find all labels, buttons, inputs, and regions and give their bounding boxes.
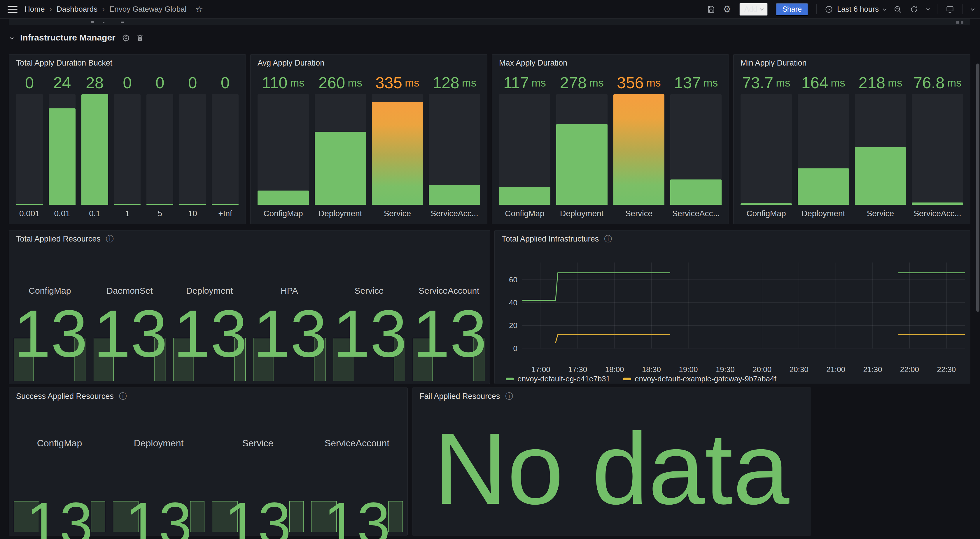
bar-track <box>49 94 76 205</box>
row-header-infrastructure-manager[interactable]: Infrastructure Manager <box>11 33 144 43</box>
bar-category-label: 10 <box>179 205 206 218</box>
bar-value: 28 <box>81 71 108 94</box>
panel-title[interactable]: Min Apply Duration <box>741 59 807 68</box>
stat-value: 13 <box>311 493 403 539</box>
stat-cell: ConfigMap13 <box>14 242 86 382</box>
bar-track <box>556 94 608 205</box>
panel-title[interactable]: Avg Apply Duration <box>258 59 325 68</box>
stat-label: DaemonSet <box>94 286 166 296</box>
panel-title[interactable]: Total Apply Duration Bucket <box>16 59 112 68</box>
bar-fill <box>670 179 722 205</box>
dashboard-settings-icon[interactable]: ⚙ <box>723 5 731 14</box>
nav-more-chevron-icon[interactable] <box>971 7 975 11</box>
bar-value-unit: ms <box>290 78 304 88</box>
bar-value: 76.8ms <box>912 71 963 94</box>
bar-fill <box>179 204 206 205</box>
stat-value: 13 <box>333 300 406 367</box>
info-icon[interactable]: ⓘ <box>119 392 127 400</box>
bar-gauge: 117msConfigMap278msDeployment356msServic… <box>499 71 722 219</box>
bar-track <box>613 94 665 205</box>
bar-gauge-column: 76.8msServiceAcc... <box>912 71 963 219</box>
x-axis-tick-label: 22:00 <box>900 365 919 374</box>
legend-label: envoy-default-eg-e41e7b31 <box>517 374 610 384</box>
chevron-down-icon <box>883 7 887 11</box>
bar-track <box>855 94 906 205</box>
tv-mode-icon[interactable] <box>946 5 955 13</box>
bar-fill <box>429 185 480 205</box>
stat-label: ServiceAccount <box>311 438 403 449</box>
bar-gauge-column: 280.1 <box>81 71 108 219</box>
legend-item[interactable]: envoy-default-example-gateway-9b7aba4f <box>623 374 776 384</box>
bar-category-label: ConfigMap <box>499 205 550 218</box>
stat-label: ConfigMap <box>14 286 86 296</box>
stat-cell: Deployment13 <box>173 242 246 382</box>
row-delete-trash-icon[interactable] <box>136 34 144 42</box>
panel-title[interactable]: Total Applied Resources <box>16 235 100 244</box>
info-icon[interactable]: ⓘ <box>505 392 513 400</box>
bar-fill <box>556 124 608 205</box>
bar-category-label: ServiceAcc... <box>429 205 480 218</box>
x-axis-tick-label: 18:30 <box>642 365 661 374</box>
bar-gauge-column: 356msService <box>613 71 665 219</box>
menu-icon[interactable] <box>8 6 18 13</box>
bar-track <box>16 94 43 205</box>
x-axis-tick-label: 21:30 <box>863 365 882 374</box>
bar-category-label: Deployment <box>315 205 366 218</box>
bar-track <box>670 94 722 205</box>
bar-track <box>429 94 480 205</box>
info-icon[interactable]: ⓘ <box>106 235 114 243</box>
scrollbar-track[interactable] <box>976 19 980 539</box>
refresh-interval-chevron-icon[interactable] <box>926 7 930 11</box>
row-settings-gear-icon[interactable] <box>122 34 130 42</box>
panel-success-applied-resources: Success Applied Resources ⓘ ConfigMap13D… <box>9 387 408 536</box>
refresh-icon[interactable] <box>910 5 918 13</box>
time-range-picker[interactable]: Last 6 hours <box>825 5 886 14</box>
legend-item[interactable]: envoy-default-eg-e41e7b31 <box>506 374 610 384</box>
scrollbar-thumb[interactable] <box>976 63 979 312</box>
bar-value: 24 <box>49 71 76 94</box>
bar-track <box>912 94 963 205</box>
bar-fill <box>212 204 239 205</box>
bar-value-number: 278 <box>560 75 587 91</box>
stat-value: 13 <box>413 300 485 367</box>
bar-value: 0 <box>179 71 206 94</box>
bar-value: 73.7ms <box>741 71 792 94</box>
favorite-star-icon[interactable]: ☆ <box>195 4 203 14</box>
bar-category-label: 5 <box>146 205 173 218</box>
bar-category-label: ServiceAcc... <box>670 205 722 218</box>
bar-value-unit: ms <box>589 78 603 88</box>
panel-min-apply-duration: Min Apply Duration 73.7msConfigMap164msD… <box>733 54 970 224</box>
no-data-message: No data <box>412 388 811 535</box>
stat-cell: DaemonSet13 <box>94 242 166 382</box>
bar-track <box>114 94 141 205</box>
bar-value-number: 128 <box>433 75 460 91</box>
panel-title[interactable]: Success Applied Resources <box>16 392 114 401</box>
bar-value-unit: ms <box>348 78 362 88</box>
x-axis-tick-label: 22:30 <box>937 365 956 374</box>
sliver-handle <box>961 21 963 24</box>
bar-value-number: 0 <box>123 75 132 91</box>
share-button[interactable]: Share <box>776 3 808 16</box>
breadcrumb-item[interactable]: Home <box>24 5 45 14</box>
save-icon[interactable] <box>707 5 715 13</box>
bar-gauge-column: 00.001 <box>16 71 43 219</box>
bar-fill <box>372 102 423 205</box>
bar-value-unit: ms <box>776 78 790 88</box>
bar-value: 278ms <box>556 71 608 94</box>
stat-label: ConfigMap <box>14 438 105 449</box>
y-axis-tick-label: 20 <box>501 321 517 330</box>
bar-fill <box>16 204 43 205</box>
add-button[interactable]: Add <box>740 3 768 16</box>
panel-title[interactable]: Total Applied Infrastructures <box>502 235 599 244</box>
bar-value-number: 356 <box>617 75 644 91</box>
breadcrumb-item[interactable]: Dashboards <box>57 5 97 14</box>
info-icon[interactable]: ⓘ <box>604 235 612 243</box>
zoom-out-icon[interactable] <box>894 5 902 13</box>
panel-title[interactable]: Max Apply Duration <box>499 59 567 68</box>
bar-gauge-column: 218msService <box>855 71 906 219</box>
row-collapse-chevron-icon[interactable] <box>10 36 14 40</box>
stat-label: Deployment <box>113 438 204 449</box>
bar-fill <box>855 147 906 205</box>
x-axis-tick-label: 20:00 <box>752 365 772 374</box>
panel-title[interactable]: Fail Applied Resources <box>419 392 500 401</box>
